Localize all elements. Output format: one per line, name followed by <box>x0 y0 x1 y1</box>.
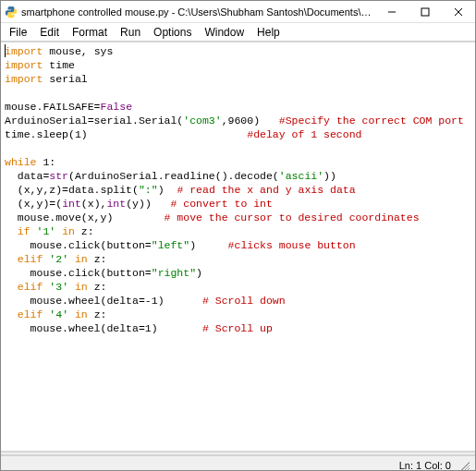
maximize-button[interactable] <box>409 1 442 22</box>
menu-file[interactable]: File <box>3 24 33 41</box>
cursor-position: Ln: 1 Col: 0 <box>399 460 451 471</box>
menu-options[interactable]: Options <box>147 24 198 41</box>
minimize-button[interactable] <box>375 1 409 22</box>
menu-edit[interactable]: Edit <box>33 24 66 41</box>
resize-grip-icon[interactable] <box>457 459 470 472</box>
code-content: import mouse, sysimport timeimport seria… <box>1 42 475 337</box>
close-button[interactable] <box>442 1 475 22</box>
text-caret <box>5 44 6 57</box>
window-title: smartphone controlled mouse.py - C:\User… <box>21 6 375 18</box>
menu-help[interactable]: Help <box>250 24 287 41</box>
menu-run[interactable]: Run <box>114 24 147 41</box>
window-controls <box>375 1 475 22</box>
titlebar: smartphone controlled mouse.py - C:\User… <box>1 1 475 23</box>
menu-format[interactable]: Format <box>66 24 114 41</box>
code-editor[interactable]: import mouse, sysimport timeimport seria… <box>1 42 475 452</box>
menubar: File Edit Format Run Options Window Help <box>1 23 475 42</box>
python-idle-icon <box>5 6 18 18</box>
statusbar: Ln: 1 Col: 0 <box>1 455 475 471</box>
svg-rect-1 <box>421 8 429 16</box>
menu-window[interactable]: Window <box>198 24 250 41</box>
